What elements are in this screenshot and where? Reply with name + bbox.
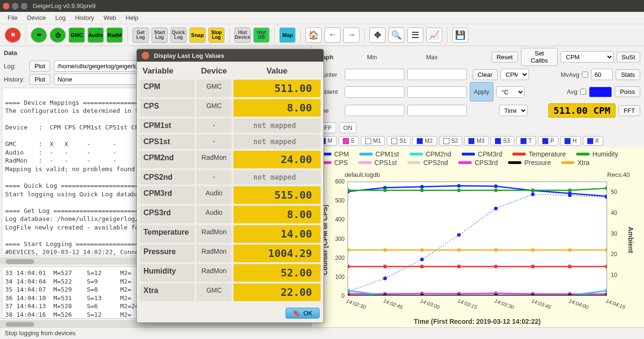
gmc-button[interactable]: GMC (69, 27, 85, 43)
mvavg-label: MvAvg (561, 71, 580, 78)
menu-file[interactable]: File (3, 13, 22, 22)
mvavg-value-input[interactable] (591, 69, 613, 80)
svg-point-61 (531, 265, 535, 268)
value-row-cps3rd: CPS3rdAudio8.00 (140, 206, 321, 223)
map-button[interactable]: Map (279, 27, 295, 43)
audio-button[interactable]: Audio (88, 27, 104, 43)
sliders-icon[interactable]: ☰ (407, 27, 423, 43)
quit-button[interactable]: ✖ (5, 27, 21, 43)
series-toggle-s1[interactable]: S1 (387, 136, 411, 146)
menu-log[interactable]: Log (51, 13, 71, 22)
legend-cpm2nd: CPM2nd (410, 150, 451, 158)
cpm-metric-select[interactable]: CPM (561, 51, 614, 63)
fft-button[interactable]: FFT (618, 105, 640, 116)
series-toggle-p[interactable]: P (538, 136, 558, 146)
series-toggle-row: OFF ON MSM1S1M2S2M3S3TPHX (312, 120, 644, 147)
series-toggle-m3[interactable]: M3 (464, 136, 489, 146)
svg-point-60 (494, 265, 498, 268)
series-toggle-s2[interactable]: S2 (439, 136, 463, 146)
quick-log-button[interactable]: QuickLog (170, 27, 187, 43)
back-icon[interactable]: ← (324, 27, 340, 43)
time-unit-select[interactable]: Time (499, 105, 528, 116)
svg-point-2 (420, 185, 424, 189)
sust-button[interactable]: SuSt (617, 52, 640, 63)
hist-device-button[interactable]: HistDevice (234, 27, 250, 43)
window-maximize-icon[interactable] (21, 3, 27, 9)
counter-max-input[interactable] (407, 69, 467, 80)
temp-unit-select[interactable]: °C (496, 86, 525, 98)
cpm-unit-select[interactable]: CPM (501, 69, 529, 80)
legend-temperature: Temperature (512, 150, 566, 158)
series-toggle-m2[interactable]: M2 (412, 136, 437, 146)
col-variable: Variable (140, 64, 195, 78)
svg-point-56 (348, 265, 350, 268)
chart-area: default.logdb Recs:40 Counter [CPM or CP… (312, 169, 644, 327)
window-close-icon[interactable] (3, 3, 9, 9)
series-toggle-m1[interactable]: M1 (361, 136, 385, 146)
plot-log-button[interactable]: Plot (29, 61, 50, 72)
value-row-cps1st: CPS1st-not mapped (140, 135, 321, 149)
svg-point-74 (420, 248, 424, 252)
mvavg-checkbox[interactable] (582, 72, 588, 78)
zoom-icon[interactable]: 🔍 (388, 27, 404, 43)
series-toggle-t[interactable]: T (516, 136, 536, 146)
forward-icon[interactable]: → (343, 27, 359, 43)
snap-button[interactable]: Snap (189, 27, 206, 43)
chart-plot[interactable] (348, 182, 607, 296)
series-toggle-s3[interactable]: S3 (491, 136, 514, 146)
menu-help[interactable]: Help (121, 13, 143, 22)
pan-icon[interactable]: ✥ (369, 27, 385, 43)
dialog-ok-button[interactable]: 🔖 OK (286, 308, 320, 319)
window-minimize-icon[interactable] (12, 3, 18, 9)
chart-legend: CPMCPM1stCPM2ndCPM3rdTemperatureHumidity… (312, 147, 644, 169)
dialog-close-icon[interactable] (142, 52, 149, 59)
menu-history[interactable]: History (70, 13, 98, 22)
svg-point-10 (420, 258, 424, 262)
avg-color-swatch[interactable] (589, 87, 612, 97)
svg-point-11 (457, 233, 461, 237)
svg-point-68 (494, 189, 498, 192)
poiss-button[interactable]: Poiss (615, 86, 640, 97)
y-right-label: Ambient (627, 216, 635, 264)
series-on-button[interactable]: ON (339, 122, 357, 133)
save-icon[interactable]: 💾 (452, 27, 468, 43)
clear-button[interactable]: Clear (473, 69, 498, 80)
svg-point-70 (568, 189, 572, 192)
value-row-xtra: XtraGMC22.00 (140, 284, 321, 301)
radm-button[interactable]: RadM (107, 27, 123, 43)
reset-button[interactable]: Reset (492, 52, 518, 63)
series-toggle-x[interactable]: X (583, 136, 603, 146)
chart-icon[interactable]: 📈 (426, 27, 442, 43)
ambient-min-input[interactable] (345, 86, 404, 98)
counter-min-input[interactable] (345, 69, 404, 80)
series-toggle-h[interactable]: H (560, 136, 581, 146)
legend-cpm3rd: CPM3rd (462, 150, 502, 158)
avg-checkbox[interactable] (580, 89, 586, 95)
log-label: Log: (4, 63, 26, 70)
series-toggle-s[interactable]: S (339, 136, 359, 146)
svg-point-66 (420, 189, 424, 192)
value-row-cpm: CPMGMC511.00 (140, 80, 321, 97)
stop-log-button[interactable]: StopLog (208, 27, 224, 43)
stats-button[interactable]: Stats (616, 69, 640, 80)
svg-point-65 (383, 189, 387, 192)
time-min-input[interactable] (345, 105, 404, 116)
ambient-max-input[interactable] (407, 86, 467, 98)
time-max-input[interactable] (407, 105, 467, 116)
get-log-button[interactable]: GetLog (133, 27, 149, 43)
svg-point-71 (605, 186, 607, 190)
hist-db-button[interactable]: HistDB (253, 27, 269, 43)
svg-point-76 (494, 248, 498, 252)
menu-web[interactable]: Web (99, 13, 121, 22)
connect-button[interactable]: ⬌ (31, 27, 47, 43)
svg-point-73 (383, 248, 387, 252)
set-calibs-button[interactable]: Set Calibs (521, 48, 558, 66)
start-log-button[interactable]: StartLog (152, 27, 168, 43)
power-button[interactable]: ⏻ (50, 27, 66, 43)
home-icon[interactable]: 🏠 (305, 27, 322, 43)
svg-point-12 (494, 207, 498, 211)
menu-device[interactable]: Device (22, 13, 51, 22)
plot-history-button[interactable]: Plot (29, 74, 50, 85)
min-label: Min (343, 54, 400, 61)
apply-button[interactable]: Apply (470, 82, 494, 101)
